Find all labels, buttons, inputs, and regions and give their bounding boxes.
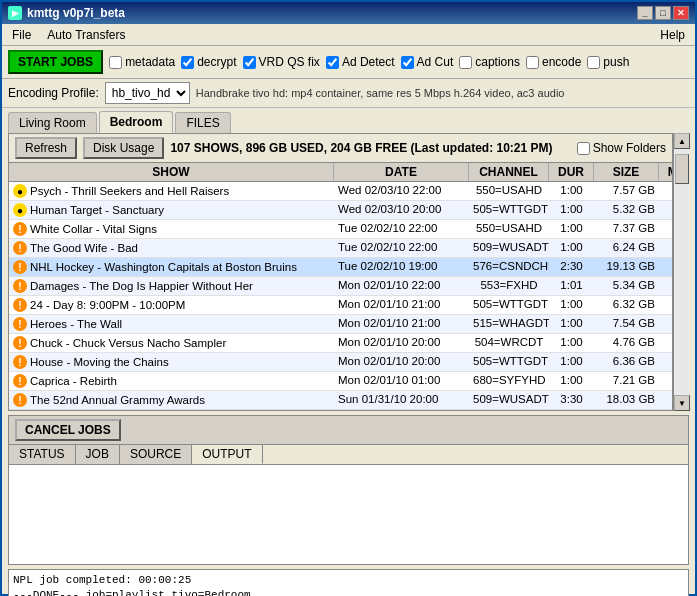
show-channel: 505=WTTGDT — [469, 296, 549, 314]
status-icon: ! — [13, 222, 27, 236]
decrypt-checkbox[interactable] — [181, 56, 194, 69]
adcut-checkbox[interactable] — [401, 56, 414, 69]
show-mbps: 12.70 — [659, 201, 672, 219]
checkbox-encode: encode — [526, 55, 581, 69]
vrd-checkbox[interactable] — [243, 56, 256, 69]
show-date: Mon 02/01/10 21:00 — [334, 315, 469, 333]
show-name: ● Human Target - Sanctuary — [9, 201, 334, 219]
tab-bedroom[interactable]: Bedroom — [99, 111, 174, 133]
app-icon: ▶ — [8, 6, 22, 20]
show-date: Mon 02/01/10 01:00 — [334, 372, 469, 390]
show-duration: 1:00 — [549, 239, 594, 257]
scroll-down-button[interactable]: ▼ — [674, 395, 690, 411]
table-row[interactable]: ! The 52nd Annual Grammy Awards Sun 01/3… — [9, 391, 672, 410]
table-row[interactable]: ● Human Target - Sanctuary Wed 02/03/10 … — [9, 201, 672, 220]
show-size: 7.54 GB — [594, 315, 659, 333]
show-folders-checkbox[interactable] — [577, 142, 590, 155]
checkbox-addetect: Ad Detect — [326, 55, 395, 69]
encoding-profile-label: Encoding Profile: — [8, 86, 99, 100]
menu-auto-transfers[interactable]: Auto Transfers — [41, 26, 131, 44]
show-channel: 505=WTTGDT — [469, 353, 549, 371]
show-duration: 1:01 — [549, 277, 594, 295]
minimize-button[interactable]: _ — [637, 6, 653, 20]
show-mbps: 15.08 — [659, 296, 672, 314]
show-mbps: 12.29 — [659, 391, 672, 409]
addetect-label: Ad Detect — [342, 55, 395, 69]
table-row[interactable]: ! Chuck - Chuck Versus Nacho Sampler Mon… — [9, 334, 672, 353]
show-size: 7.57 GB — [594, 182, 659, 200]
list-scrollbar[interactable]: ▲ ▼ — [673, 133, 689, 411]
metadata-label: metadata — [125, 55, 175, 69]
show-mbps: 11.37 — [659, 334, 672, 352]
show-duration: 2:30 — [549, 258, 594, 276]
encode-checkbox[interactable] — [526, 56, 539, 69]
captions-checkbox[interactable] — [459, 56, 472, 69]
show-date: Mon 02/01/10 20:00 — [334, 334, 469, 352]
show-date: Wed 02/03/10 22:00 — [334, 182, 469, 200]
show-channel: 505=WTTGDT — [469, 201, 549, 219]
show-channel: 576=CSNDCHD — [469, 258, 549, 276]
menu-bar: File Auto Transfers Help — [2, 24, 695, 46]
show-date: Mon 02/01/10 21:00 — [334, 296, 469, 314]
scroll-thumb[interactable] — [675, 154, 689, 184]
table-row[interactable]: ! Heroes - The Wall Mon 02/01/10 21:00 5… — [9, 315, 672, 334]
checkbox-decrypt: decrypt — [181, 55, 236, 69]
col-header-show: SHOW — [9, 163, 334, 181]
job-tab-status[interactable]: STATUS — [9, 445, 76, 464]
show-channel: 509=WUSADT — [469, 391, 549, 409]
log-line: ---DONE--- job=playlist tivo=Bedroom — [13, 588, 684, 596]
status-icon: ! — [13, 355, 27, 369]
table-row[interactable]: ! White Collar - Vital Signs Tue 02/02/1… — [9, 220, 672, 239]
show-duration: 3:30 — [549, 391, 594, 409]
menu-file[interactable]: File — [6, 26, 37, 44]
maximize-button[interactable]: □ — [655, 6, 671, 20]
menu-items: File Auto Transfers — [6, 26, 131, 44]
show-date: Tue 02/02/10 22:00 — [334, 220, 469, 238]
show-duration: 1:00 — [549, 315, 594, 333]
table-row[interactable]: ! Damages - The Dog Is Happier Without H… — [9, 277, 672, 296]
table-row[interactable]: ● Psych - Thrill Seekers and Hell Raiser… — [9, 182, 672, 201]
table-row[interactable]: ! 24 - Day 8: 9:00PM - 10:00PM Mon 02/01… — [9, 296, 672, 315]
cancel-jobs-button[interactable]: CANCEL JOBS — [15, 419, 121, 441]
status-icon: ! — [13, 336, 27, 350]
checkbox-push: push — [587, 55, 629, 69]
table-row[interactable]: ! The Good Wife - Bad Tue 02/02/10 22:00… — [9, 239, 672, 258]
metadata-checkbox[interactable] — [109, 56, 122, 69]
col-header-date: DATE — [334, 163, 469, 181]
show-mbps: 15.17 — [659, 353, 672, 371]
show-channel: 550=USAHD — [469, 182, 549, 200]
refresh-button[interactable]: Refresh — [15, 137, 77, 159]
show-date: Sun 01/31/10 20:00 — [334, 391, 469, 409]
show-channel: 553=FXHD — [469, 277, 549, 295]
job-tab-output[interactable]: OUTPUT — [192, 445, 262, 464]
table-row[interactable]: ! Caprica - Rebirth Mon 02/01/10 01:00 6… — [9, 372, 672, 391]
addetect-checkbox[interactable] — [326, 56, 339, 69]
table-row[interactable]: ! NHL Hockey - Washington Capitals at Bo… — [9, 258, 672, 277]
show-folders-label: Show Folders — [593, 141, 666, 155]
job-tab-job[interactable]: JOB — [76, 445, 120, 464]
scroll-up-button[interactable]: ▲ — [674, 133, 690, 149]
tab-living-room[interactable]: Living Room — [8, 112, 97, 133]
show-mbps: 14.89 — [659, 239, 672, 257]
tab-files[interactable]: FILES — [175, 112, 230, 133]
show-date: Mon 02/01/10 20:00 — [334, 353, 469, 371]
main-window: ▶ kmttg v0p7i_beta _ □ ✕ File Auto Trans… — [0, 0, 697, 596]
disk-usage-button[interactable]: Disk Usage — [83, 137, 164, 159]
show-channel: 550=USAHD — [469, 220, 549, 238]
show-date: Tue 02/02/10 22:00 — [334, 239, 469, 257]
encoding-profile-select[interactable]: hb_tivo_hd — [105, 82, 190, 104]
show-duration: 1:00 — [549, 201, 594, 219]
start-jobs-button[interactable]: START JOBS — [8, 50, 103, 74]
close-button[interactable]: ✕ — [673, 6, 689, 20]
menu-help[interactable]: Help — [654, 26, 691, 44]
tabs-row: Living Room Bedroom FILES — [2, 108, 695, 133]
push-checkbox[interactable] — [587, 56, 600, 69]
show-mbps: 18.06 — [659, 182, 672, 200]
col-header-dur: DUR — [549, 163, 594, 181]
job-tab-source[interactable]: SOURCE — [120, 445, 192, 464]
show-duration: 1:00 — [549, 220, 594, 238]
table-row[interactable]: ! House - Moving the Chains Mon 02/01/10… — [9, 353, 672, 372]
status-icon: ! — [13, 260, 27, 274]
vrd-label: VRD QS fix — [259, 55, 320, 69]
col-header-channel: CHANNEL — [469, 163, 549, 181]
